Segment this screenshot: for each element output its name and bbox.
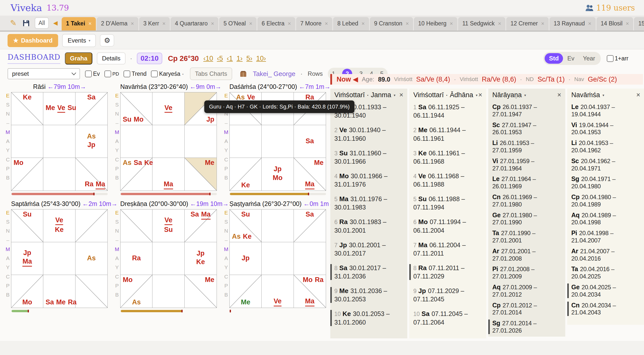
- chart-cell[interactable]: [262, 242, 294, 275]
- dasha-period[interactable]: Sc20.04.1962 – 20.04.1971: [571, 157, 640, 172]
- current-period[interactable]: Sc/Ta (1): [538, 76, 565, 83]
- chart-cell[interactable]: [75, 209, 107, 242]
- checkbox-box[interactable]: [151, 70, 158, 77]
- details-button[interactable]: Details: [97, 52, 125, 64]
- zoom-link[interactable]: 1›: [236, 55, 243, 62]
- chart-nav-forward[interactable]: 0m→: [206, 83, 221, 90]
- chart-cell[interactable]: Jp: [230, 242, 262, 275]
- chart-cell[interactable]: Ve: [262, 275, 294, 308]
- dasha-period[interactable]: Cn26.01.1969 – 27.01.1980: [492, 193, 561, 208]
- chart-timeline[interactable]: [120, 310, 217, 312]
- chart-cell[interactable]: [43, 158, 75, 191]
- dasha-period[interactable]: 7Ma06.11.2004 – 07.11.2011: [413, 241, 482, 257]
- chart-cell[interactable]: [43, 242, 75, 275]
- zoom-link[interactable]: ‹10: [203, 55, 213, 62]
- chart-cell[interactable]: Ke: [230, 158, 262, 191]
- chart-cell[interactable]: Me: [230, 275, 262, 308]
- chart-cell[interactable]: [262, 125, 294, 158]
- chart-nav-back[interactable]: ←7m: [299, 83, 316, 90]
- view-mode-year[interactable]: Year: [579, 53, 599, 64]
- checkbox-ev[interactable]: Ev: [85, 70, 100, 77]
- tab-close-icon[interactable]: ×: [131, 20, 134, 27]
- chart-timeline[interactable]: [229, 193, 326, 195]
- chart-cell[interactable]: MeVeSu: [43, 92, 75, 125]
- chart-cell[interactable]: Ke: [11, 92, 43, 125]
- dasha-period[interactable]: Aq20.04.1989 – 20.04.1998: [571, 211, 640, 226]
- dasha-period[interactable]: 4Ve06.11.1968 – 06.11.1988: [413, 172, 482, 188]
- chart-cell[interactable]: SuAsKe: [230, 209, 262, 242]
- settings-button[interactable]: ⚙: [100, 34, 114, 47]
- checkbox-box[interactable]: [85, 70, 92, 77]
- checkbox-box[interactable]: [607, 55, 614, 62]
- chart-cell[interactable]: [152, 275, 184, 308]
- chart-cell[interactable]: [185, 125, 217, 158]
- tab-close-icon[interactable]: ×: [211, 20, 214, 27]
- zoom-link[interactable]: 10›: [256, 55, 266, 62]
- tab-12-cremer[interactable]: 12 Cremer×: [506, 17, 549, 30]
- chart-cell[interactable]: [152, 242, 184, 275]
- checkbox-karyea[interactable]: Karyeśa ·: [151, 70, 184, 77]
- dasha-period[interactable]: 3Su31.01.1960 – 30.01.1966: [334, 149, 403, 165]
- dasha-period[interactable]: Sc27.01.1947 – 26.01.1953: [492, 121, 561, 136]
- dasha-period[interactable]: Cp20.04.1980 – 20.04.1989: [571, 193, 640, 208]
- current-period[interactable]: Ra/Ve (8,6): [482, 76, 516, 83]
- chart-cell[interactable]: Me: [185, 158, 217, 191]
- chart-cell[interactable]: VeKe: [43, 209, 75, 242]
- dasha-period[interactable]: 6Mo07.11.1994 – 06.11.2004: [413, 218, 482, 234]
- dasha-period[interactable]: 4Mo30.01.1966 – 31.01.1976: [334, 172, 403, 188]
- dasha-column-title[interactable]: Viṁśottarī · Janma: [334, 91, 391, 99]
- graha-button[interactable]: Graha: [65, 52, 92, 64]
- view-mode-std[interactable]: Std: [545, 53, 563, 64]
- close-icon[interactable]: ×: [478, 91, 482, 99]
- chart-nav-back[interactable]: ←9m: [190, 83, 207, 90]
- chart-cell[interactable]: [152, 125, 184, 158]
- tab-1-takei[interactable]: 1 Takei×: [62, 17, 96, 30]
- chart-nav-forward[interactable]: 1m→: [315, 83, 331, 90]
- chart-timeline[interactable]: [229, 310, 326, 312]
- chart-nav-forward[interactable]: 10m→: [68, 83, 86, 90]
- dasha-period[interactable]: 2Me06.11.1944 – 06.11.1961: [413, 126, 482, 142]
- chart-cell[interactable]: Me: [185, 275, 217, 308]
- tab-close-icon[interactable]: ×: [89, 20, 92, 27]
- chart-cell[interactable]: [294, 242, 326, 275]
- chart-cell[interactable]: MoAs: [120, 275, 152, 308]
- chart-cell[interactable]: [262, 209, 294, 242]
- chart-cell[interactable]: Sa: [294, 125, 326, 158]
- checkbox-box[interactable]: [104, 70, 111, 77]
- tab-13-raynaud[interactable]: 13 Raynaud×: [549, 17, 596, 30]
- tab-scroll-back-icon[interactable]: ◀: [53, 20, 58, 26]
- chart-nav-back[interactable]: ←0m: [303, 200, 320, 207]
- chart-cell[interactable]: AsSaKe: [120, 158, 152, 191]
- dasha-period[interactable]: 3Ke06.11.1961 – 06.11.1968: [413, 149, 482, 165]
- dasha-period[interactable]: 10Sa07.11.2045 – 07.11.2064: [413, 310, 482, 326]
- dasha-period[interactable]: 6Ra30.01.1983 – 30.01.2001: [334, 218, 403, 234]
- dasha-period[interactable]: Sg20.04.1971 – 20.04.1980: [571, 175, 640, 190]
- preset-select[interactable]: preset: [8, 68, 80, 79]
- dasha-period[interactable]: Cn20.04.2034 – 21.04.2043: [571, 301, 640, 316]
- dashboard-button[interactable]: ★ Dashboard: [8, 34, 58, 47]
- dasha-period[interactable]: 1Sa06.11.1925 – 06.11.1944: [413, 103, 482, 119]
- dasha-period[interactable]: Ge27.01.1980 – 27.01.1990: [492, 211, 561, 226]
- tab-15-curin[interactable]: 15 Curin×: [634, 17, 644, 30]
- one-plus-arr-checkbox[interactable]: 1+arr: [607, 55, 628, 62]
- chart-cell[interactable]: [120, 125, 152, 158]
- current-period[interactable]: Sa/Ve (8,4): [416, 76, 450, 83]
- chart-cell[interactable]: SuMo: [120, 92, 152, 125]
- chart-cell[interactable]: [230, 125, 262, 158]
- profile-name[interactable]: Takei_ George: [253, 70, 295, 78]
- dasha-period[interactable]: Aq27.01.2009 – 27.01.2012: [492, 283, 561, 298]
- dasha-period[interactable]: 2Ve30.01.1940 – 31.01.1960: [334, 126, 403, 142]
- dasha-period[interactable]: 9Jp07.11.2029 – 07.11.2045: [413, 287, 482, 303]
- save-floppy-icon[interactable]: [23, 20, 30, 27]
- all-tabs-button[interactable]: All: [35, 17, 49, 29]
- tab-close-icon[interactable]: ×: [249, 20, 252, 27]
- dasha-period[interactable]: Ar21.04.2007 – 20.04.2016: [571, 247, 640, 262]
- tab-close-icon[interactable]: ×: [626, 20, 629, 27]
- chart-cell[interactable]: VeSu: [152, 209, 184, 242]
- chart-cell[interactable]: [120, 209, 152, 242]
- dasha-period[interactable]: 8Ra07.11.2011 – 07.11.2029: [413, 264, 482, 280]
- dasha-column-title[interactable]: Viṁśottarī · Ādhāna: [413, 91, 473, 99]
- chart-timeline[interactable]: [11, 310, 108, 312]
- dasha-period[interactable]: Li20.04.1953 – 20.04.1962: [571, 139, 640, 154]
- events-button[interactable]: Events ▾: [62, 34, 96, 47]
